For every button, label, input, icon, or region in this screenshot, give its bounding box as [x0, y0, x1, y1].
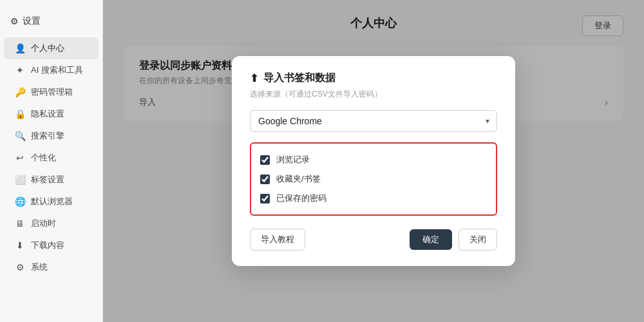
sidebar-item-label: 启动时	[31, 218, 56, 229]
sidebar-header: ⚙ 设置	[0, 10, 102, 37]
passwords-label: 已保存的密码	[276, 193, 327, 204]
sidebar-item-search-engine[interactable]: 🔍 搜索引擎	[4, 125, 99, 147]
personal-center-icon: 👤	[14, 43, 26, 53]
bookmarks-label: 收藏夹/书签	[276, 173, 321, 185]
modal-footer-right: 确定 关闭	[410, 229, 497, 251]
import-modal: ⬆ 导入书签和数据 选择来源（可通过CSV文件导入密码） Google Chro…	[232, 56, 515, 266]
sidebar-item-label: AI 搜索和工具	[31, 64, 83, 76]
sidebar-item-label: 个人中心	[31, 43, 64, 54]
sidebar-item-downloads[interactable]: ⬇ 下载内容	[4, 234, 99, 256]
main-content: 个人中心 登录 登录以同步账户资料 在你的所有设备上同步奇竞的个人资料及设置 导…	[103, 0, 644, 322]
checkbox-history[interactable]: 浏览记录	[260, 150, 487, 169]
checkbox-bookmarks[interactable]: 收藏夹/书签	[260, 169, 487, 189]
sidebar-item-startup[interactable]: 🖥 启动时	[4, 213, 99, 234]
close-button[interactable]: 关闭	[459, 229, 497, 251]
checkbox-group: 浏览记录 收藏夹/书签 已保存的密码	[250, 142, 497, 216]
sidebar-item-label: 搜索引擎	[31, 130, 64, 142]
modal-title: ⬆ 导入书签和数据	[250, 71, 497, 85]
sidebar-item-default-browser[interactable]: 🌐 默认浏览器	[4, 191, 99, 213]
import-icon: ⬆	[250, 72, 258, 84]
search-engine-icon: 🔍	[14, 131, 26, 141]
sidebar-item-label: 密码管理箱	[31, 86, 73, 98]
sidebar-item-label: 个性化	[31, 152, 56, 164]
password-icon: 🔑	[14, 87, 26, 97]
sidebar-item-ai-search[interactable]: ✦ AI 搜索和工具	[4, 59, 99, 81]
downloads-icon: ⬇	[14, 240, 26, 251]
modal-footer: 导入教程 确定 关闭	[250, 229, 497, 251]
settings-icon: ⚙	[10, 16, 19, 26]
sidebar-item-label: 标签设置	[31, 174, 64, 185]
sidebar-item-personalization[interactable]: ↩ 个性化	[4, 147, 99, 169]
sidebar-item-privacy[interactable]: 🔒 隐私设置	[4, 103, 99, 125]
sidebar-item-label: 系统	[31, 261, 48, 273]
ai-search-icon: ✦	[14, 65, 26, 75]
sidebar-item-label: 默认浏览器	[31, 196, 73, 207]
modal-subtitle: 选择来源（可通过CSV文件导入密码）	[250, 89, 497, 100]
history-checkbox[interactable]	[260, 155, 270, 165]
checkbox-passwords[interactable]: 已保存的密码	[260, 189, 487, 208]
source-dropdown-wrapper: Google ChromeFirefoxEdgeSafari ▾	[250, 110, 497, 132]
system-icon: ⚙	[14, 262, 26, 272]
sidebar-item-personal-center[interactable]: 👤 个人中心	[4, 37, 99, 59]
sidebar-item-label: 隐私设置	[31, 108, 64, 120]
sidebar-item-system[interactable]: ⚙ 系统	[4, 256, 99, 278]
modal-overlay: ⬆ 导入书签和数据 选择来源（可通过CSV文件导入密码） Google Chro…	[103, 0, 644, 322]
sidebar: ⚙ 设置 👤 个人中心 ✦ AI 搜索和工具 🔑 密码管理箱 🔒 隐私设置 🔍 …	[0, 0, 103, 322]
default-browser-icon: 🌐	[14, 196, 26, 207]
sidebar-item-tab-settings[interactable]: ⬜ 标签设置	[4, 169, 99, 191]
bookmarks-checkbox[interactable]	[260, 175, 270, 184]
startup-icon: 🖥	[14, 218, 26, 229]
sidebar-item-label: 下载内容	[31, 240, 64, 251]
tab-settings-icon: ⬜	[14, 175, 26, 185]
personalization-icon: ↩	[14, 153, 26, 163]
tutorial-button[interactable]: 导入教程	[250, 229, 305, 251]
history-label: 浏览记录	[276, 154, 310, 166]
source-dropdown[interactable]: Google ChromeFirefoxEdgeSafari	[250, 110, 497, 132]
sidebar-item-password-manager[interactable]: 🔑 密码管理箱	[4, 81, 99, 103]
privacy-icon: 🔒	[14, 109, 26, 119]
confirm-button[interactable]: 确定	[410, 229, 452, 250]
passwords-checkbox[interactable]	[260, 194, 270, 204]
sidebar-title: 设置	[23, 15, 41, 27]
